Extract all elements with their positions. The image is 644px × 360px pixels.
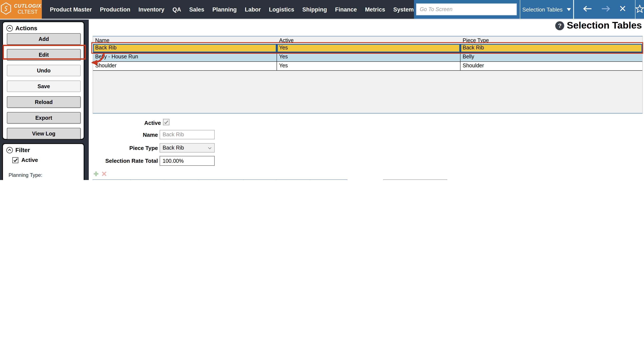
record-name-input[interactable] — [160, 130, 215, 139]
screen-selector-label: Selection Tables — [522, 6, 563, 12]
save-button[interactable]: Save — [7, 81, 81, 92]
help-icon[interactable]: ? — [555, 21, 564, 30]
collapse-actions-button[interactable] — [6, 25, 13, 31]
record-piece-type-select[interactable]: Back Rib — [160, 143, 215, 153]
sizing-grid-toolbar — [93, 171, 107, 179]
sizing-grid-header: Sizing Type Size Min Size Max Bones Coun… — [93, 180, 347, 180]
nav-item-labor[interactable]: Labor — [245, 6, 261, 12]
cell-piece-type[interactable]: Shoulder — [460, 62, 642, 70]
column-header-name[interactable]: Name — [93, 37, 277, 44]
record-piece-type-value: Back Rib — [162, 145, 184, 151]
filter-active-label: Active — [21, 157, 38, 163]
table-row-shoulder[interactable]: Shoulder Yes Shoulder — [93, 62, 642, 71]
export-button[interactable]: Export — [7, 112, 81, 124]
cell-piece-type[interactable]: Belly — [460, 53, 642, 61]
filter-panel-title: Filter — [15, 147, 30, 153]
selection-rate-total-input[interactable] — [160, 156, 215, 166]
column-header-piece-type[interactable]: Piece Type — [460, 37, 642, 44]
cell-active[interactable]: Yes — [277, 53, 460, 61]
nav-item-system[interactable]: System — [393, 6, 414, 12]
record-active-checkbox[interactable] — [163, 119, 170, 125]
sizing-grid: Sizing Type Size Min Size Max Bones Coun… — [92, 179, 348, 180]
column-header-size-min[interactable]: Size Min — [130, 180, 164, 180]
filter-panel: Filter Active Planning Type: Apply Reset — [2, 143, 84, 180]
record-active-label: Active — [97, 120, 161, 126]
add-row-icon[interactable] — [93, 171, 99, 179]
selection-rate-total-label: Selection Rate Total — [81, 158, 158, 164]
undo-button[interactable]: Undo — [7, 65, 81, 76]
cell-active[interactable]: Yes — [277, 44, 460, 52]
table-row-back-rib[interactable]: Back Rib Yes Back Rib — [93, 44, 642, 53]
cutlogix-logo-icon — [0, 2, 12, 17]
page-title: Selection Tables — [567, 20, 642, 31]
chevron-down-icon — [208, 145, 212, 151]
reload-button[interactable]: Reload — [7, 96, 81, 108]
nav-right-section: Selection Tables — [414, 0, 644, 19]
record-piece-type-label: Piece Type — [94, 145, 158, 151]
add-button[interactable]: Add — [7, 33, 81, 45]
page-header: ? Selection Tables — [555, 20, 642, 31]
favorite-star-button[interactable] — [636, 4, 644, 14]
forward-arrow-button[interactable] — [601, 5, 610, 13]
actions-panel: Actions Add Edit Undo Save Reload Export… — [2, 21, 84, 140]
app-window: CUTLOGIX CLTEST Product Master Productio… — [0, 0, 644, 180]
brand-name: CUTLOGIX — [14, 3, 42, 9]
view-log-button[interactable]: View Log — [7, 128, 81, 139]
column-header-size-max[interactable]: Size Max — [164, 180, 198, 180]
nav-item-product-master[interactable]: Product Master — [50, 6, 92, 12]
column-header-active[interactable]: Active — [277, 37, 460, 44]
brand-environment: CLTEST — [18, 9, 38, 15]
brand-block[interactable]: CUTLOGIX CLTEST — [0, 0, 42, 19]
nav-history-buttons — [574, 5, 635, 13]
top-nav-bar: CUTLOGIX CLTEST Product Master Productio… — [0, 0, 644, 19]
nav-menu: Product Master Production Inventory QA S… — [42, 0, 414, 19]
goto-screen-input[interactable] — [416, 3, 516, 15]
nav-item-metrics[interactable]: Metrics — [365, 6, 385, 12]
clear-planning-type-icon[interactable] — [8, 180, 14, 180]
column-header-default-code[interactable]: Default Code — [276, 180, 310, 180]
column-header-sizing-type[interactable]: Sizing Type — [93, 180, 130, 180]
planning-type-label: Planning Type: — [8, 172, 42, 178]
cell-name[interactable]: Belly - House Run — [93, 53, 277, 61]
screen-selector-dropdown[interactable]: Selection Tables — [520, 6, 573, 12]
column-header-bones-count-type[interactable]: Bones Count Type — [198, 180, 244, 180]
collapse-filter-button[interactable] — [6, 147, 13, 153]
sizing-type-select[interactable]: Size Range — [383, 179, 447, 180]
close-screen-button[interactable] — [620, 5, 626, 13]
edit-button[interactable]: Edit — [7, 49, 81, 60]
cell-active[interactable]: Yes — [277, 62, 460, 70]
cell-piece-type[interactable]: Back Rib — [460, 44, 642, 52]
back-arrow-button[interactable] — [583, 5, 592, 13]
delete-row-icon[interactable] — [101, 171, 107, 179]
cell-name[interactable]: Back Rib — [93, 44, 277, 52]
table-row-belly-house-run[interactable]: Belly - House Run Yes Belly — [93, 53, 642, 62]
filter-active-checkbox[interactable] — [12, 157, 18, 163]
sizing-type-row: Sizing Type Size Range — [324, 179, 452, 180]
column-header-bones-count[interactable]: Bones Count — [244, 180, 276, 180]
nav-item-planning[interactable]: Planning — [212, 6, 237, 12]
nav-item-production[interactable]: Production — [100, 6, 130, 12]
record-name-label: Name — [94, 132, 158, 138]
star-icon — [636, 4, 644, 14]
cell-name[interactable]: Shoulder — [93, 62, 277, 70]
nav-item-shipping[interactable]: Shipping — [302, 6, 327, 12]
nav-item-inventory[interactable]: Inventory — [138, 6, 164, 12]
nav-item-qa[interactable]: QA — [172, 6, 181, 12]
chevron-down-icon — [567, 8, 571, 11]
nav-item-sales[interactable]: Sales — [189, 6, 204, 12]
nav-item-finance[interactable]: Finance — [335, 6, 357, 12]
selection-table-header: Name Active Piece Type — [93, 37, 642, 44]
nav-item-logistics[interactable]: Logistics — [269, 6, 294, 12]
actions-panel-title: Actions — [15, 25, 37, 31]
nav-underline — [0, 19, 644, 19]
selection-tables-grid: Name Active Piece Type Back Rib Yes Back… — [92, 36, 643, 114]
